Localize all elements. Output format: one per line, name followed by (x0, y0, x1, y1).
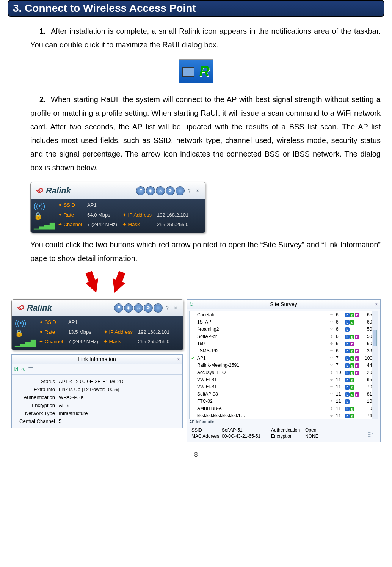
modes-cell: b⚿ (345, 399, 365, 404)
ap-row[interactable]: 160ᯤ6bn60% (190, 340, 378, 347)
ssid-cell: SoftAP-98 (197, 391, 330, 397)
channel-cell: 6 (336, 312, 345, 317)
ap-row[interactable]: FTC-02ᯤ11b⚿10% (190, 397, 378, 405)
antenna-icon: ᯤ (330, 327, 336, 332)
close-button[interactable]: × (172, 304, 179, 312)
ap-row[interactable]: 1STAPᯤ6bg⚿60% (190, 318, 378, 325)
antenna-icon: ᯤ (330, 319, 336, 325)
antenna-icon: ᯤ (330, 355, 336, 361)
channel-cell: 11 (336, 413, 345, 418)
tray-icon[interactable]: R (179, 59, 213, 83)
ssid-cell: VWIFI-S1 (197, 377, 330, 382)
info-icon[interactable]: i (176, 186, 185, 195)
ap-row[interactable]: _SMS-192ᯤ6bgn39% (190, 347, 378, 354)
ap-row[interactable]: Cheetahᯤ6bgn65% (190, 311, 378, 318)
antenna-icon: ᯤ (330, 413, 336, 418)
help-button[interactable]: ? (185, 187, 193, 195)
nettype-label: Network Type (17, 410, 59, 416)
auth-value: WPA2-PSK (59, 394, 177, 400)
ap-row[interactable]: f-roaming2ᯤ6b50% (190, 325, 378, 333)
extrainfo-label: Extra Info (17, 386, 59, 392)
step-2: 2.When starting RaUI, the system will co… (30, 93, 381, 174)
antenna-icon: ᯤ (330, 334, 336, 339)
info-icon[interactable]: i (154, 303, 163, 313)
status-value: AP1 <--> 00-0E-2E-E1-98-2D (59, 379, 177, 384)
antenna-icon: ᯤ (330, 377, 336, 382)
step-1-text: After installation is complete, a small … (30, 27, 381, 49)
red-arrows (72, 273, 384, 299)
signal-icon[interactable]: ⵍ (14, 366, 19, 373)
channel-cell: 11 (336, 384, 345, 390)
swirl-icon: ꩜ (34, 185, 44, 196)
ssid-cell: AP1 (197, 355, 330, 361)
apinfo-enc: NONE (305, 433, 328, 439)
ssid-cell: Accusys_LEO (197, 370, 330, 375)
ap-row[interactable]: AMBITBB-Aᯤ11bg⚿0% (190, 405, 378, 412)
connected-check-icon: ✓ (191, 355, 197, 361)
nettype-value: Infrastructure (59, 410, 177, 416)
ssid-cell: _SMS-192 (197, 348, 330, 353)
signal-icon: ▁▃▅▇ (15, 339, 36, 347)
channel-cell: 6 (336, 319, 345, 325)
ssid-cell: SoftAP-br (197, 334, 330, 339)
ap-row[interactable]: SoftAP-98ᯤ11bgn81% (190, 390, 378, 397)
antenna-icon: ᯤ (330, 384, 336, 390)
ap-row[interactable]: VWIFI-S1ᯤ11bg⚿70% (190, 383, 378, 390)
ap-list[interactable]: Cheetahᯤ6bgn65%1STAPᯤ6bg⚿60%f-roaming2ᯤ6… (189, 311, 378, 419)
gear-icon[interactable]: ⚙ (144, 303, 153, 313)
step-2-text: When starting RaUI, the system will conn… (30, 95, 381, 172)
help-button[interactable]: ? (163, 304, 171, 312)
wifi-icon: ((•)) (34, 202, 55, 210)
search-icon[interactable]: ⌕ (134, 303, 143, 313)
step-1-num: 1. (39, 24, 51, 38)
doc-icon[interactable]: ☰ (28, 366, 33, 373)
ssid-cell: 1STAP (197, 319, 330, 325)
radio-icon[interactable]: ◉ (146, 186, 155, 195)
ap-row[interactable]: SoftAP-brᯤ6bgn50% (190, 333, 378, 340)
gear-icon[interactable]: ⚙ (166, 186, 175, 195)
search-icon[interactable]: ⌕ (156, 186, 165, 195)
close-icon[interactable]: × (177, 356, 180, 362)
antenna-icon: ᯤ (366, 428, 376, 441)
list-icon[interactable]: ≣ (136, 186, 145, 195)
ap-row[interactable]: ✓AP1ᯤ7bgn⚿100% (190, 354, 378, 361)
modes-cell: bgn (345, 334, 365, 339)
list-icon[interactable]: ≣ (114, 303, 123, 313)
ssid-cell: Cheetah (197, 312, 330, 317)
modes-cell: bgn (345, 348, 365, 353)
modes-cell: bn (345, 341, 365, 346)
lock-icon: 🔒 (15, 329, 36, 337)
scrollbar[interactable] (372, 311, 378, 419)
extrainfo-value: Link is Up [Tx Power:100%] (59, 386, 177, 392)
channel-cell: 6 (336, 341, 345, 346)
modes-cell: bgn⚿ (345, 363, 365, 368)
apinfo-auth: Open (305, 427, 328, 433)
section-header: 3. Connect to Wireless Access Point (8, 0, 384, 17)
scrollbar-thumb[interactable] (373, 330, 377, 346)
ap-info-title: AP Information (189, 419, 378, 424)
antenna-icon: ᯤ (330, 406, 336, 411)
ap-row[interactable]: Accusys_LEOᯤ10bgn20% (190, 369, 378, 376)
ap-row[interactable]: kkkkkkkkkkkkkkkkkk1…ᯤ11bg⚿76% (190, 412, 378, 419)
apinfo-mac: 00-0C-43-21-65-51 (222, 433, 271, 439)
channel-cell: 10 (336, 370, 345, 375)
close-icon[interactable]: × (375, 301, 378, 307)
ap-row[interactable]: Ralink-Meeting-2591ᯤ7bgn⚿44% (190, 361, 378, 369)
channel-label: Central Channel (17, 418, 59, 424)
ssid-cell: VWIFI-S1 (197, 384, 330, 390)
refresh-icon[interactable]: ↻ (189, 301, 194, 307)
ap-row[interactable]: VWIFI-S1ᯤ11bg65% (190, 376, 378, 383)
step-2-num: 2. (39, 93, 51, 106)
close-button[interactable]: × (194, 187, 201, 195)
antenna-icon: ᯤ (330, 370, 336, 375)
ssid-cell: AMBITBB-A (197, 406, 330, 411)
modes-cell: bg⚿ (345, 406, 365, 411)
pane-title: Link Information (12, 355, 182, 364)
chart-icon[interactable]: ∿ (21, 366, 26, 373)
radio-icon[interactable]: ◉ (124, 303, 133, 313)
ssid-cell: kkkkkkkkkkkkkkkkkk1… (197, 413, 330, 418)
antenna-icon: ᯤ (330, 312, 336, 317)
ap-info: SSID SoftAP-51 Authentication Open MAC A… (189, 426, 378, 440)
ssid-cell: FTC-02 (197, 399, 330, 404)
ralink-r-icon: R (199, 63, 210, 80)
